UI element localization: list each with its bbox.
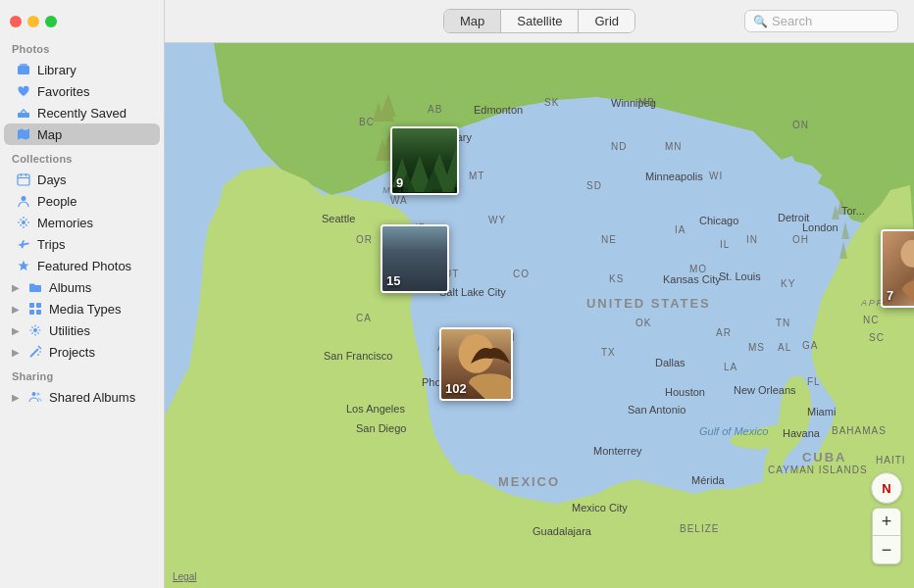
star-icon	[16, 258, 31, 273]
cluster-sf-girl-count: 102	[445, 381, 467, 396]
toolbar: Map Satellite Grid 🔍	[165, 0, 914, 43]
sidebar-item-media-types[interactable]: ▶ Media Types	[4, 298, 160, 319]
gear-icon	[27, 322, 43, 338]
people-label: People	[37, 194, 76, 209]
svg-point-20	[839, 419, 863, 431]
recently-saved-label: Recently Saved	[37, 106, 127, 121]
utilities-expand-icon: ▶	[12, 325, 20, 336]
calendar-icon	[16, 172, 31, 187]
photos-section-label: Photos	[0, 35, 164, 59]
heart-icon	[16, 83, 31, 99]
shared-albums-expand-icon: ▶	[12, 392, 20, 403]
projects-expand-icon: ▶	[12, 347, 20, 358]
svg-rect-12	[36, 310, 41, 315]
sidebar-item-trips[interactable]: Trips	[4, 233, 160, 255]
sidebar-item-map[interactable]: Map	[4, 123, 160, 145]
svg-rect-0	[18, 66, 29, 74]
svg-point-7	[22, 196, 26, 201]
projects-label: Projects	[49, 345, 95, 360]
svg-rect-11	[29, 310, 34, 315]
cluster-sf-girl[interactable]: 102	[439, 327, 513, 401]
sidebar-item-days[interactable]: Days	[4, 169, 160, 190]
svg-point-18	[37, 393, 40, 396]
sidebar-item-projects[interactable]: ▶ Projects	[4, 341, 160, 363]
sidebar-item-memories[interactable]: Memories	[4, 212, 160, 233]
svg-rect-2	[18, 113, 29, 118]
satellite-segment[interactable]: Satellite	[501, 10, 579, 32]
days-label: Days	[37, 172, 67, 187]
featured-photos-label: Featured Photos	[37, 259, 131, 273]
sharing-section-label: Sharing	[0, 363, 164, 386]
legal-link[interactable]: Legal	[173, 571, 196, 582]
collections-section-label: Collections	[0, 145, 164, 169]
sidebar-item-featured-photos[interactable]: Featured Photos	[4, 255, 160, 276]
svg-rect-1	[20, 64, 27, 66]
media-types-expand-icon: ▶	[12, 304, 20, 315]
search-input[interactable]	[772, 14, 889, 28]
sidebar-item-recently-saved[interactable]: Recently Saved	[4, 102, 160, 123]
tray-icon	[16, 105, 31, 121]
map-label-sidebar: Map	[37, 127, 62, 142]
cluster-east-couple[interactable]: 7	[881, 229, 914, 308]
sidebar-item-favorites[interactable]: Favorites	[4, 80, 160, 102]
map-icon	[16, 126, 31, 142]
cluster-canada-forest-count: 9	[396, 175, 403, 190]
favorites-label: Favorites	[37, 84, 89, 99]
cluster-canada-forest[interactable]: 9	[390, 126, 459, 195]
sidebar-item-albums[interactable]: ▶ Albums	[4, 276, 160, 298]
sidebar-item-utilities[interactable]: ▶ Utilities	[4, 319, 160, 341]
zoom-controls: + −	[872, 508, 901, 564]
library-label: Library	[37, 63, 76, 77]
zoom-out-button[interactable]: −	[873, 536, 900, 564]
svg-point-17	[32, 392, 36, 396]
sparkle-icon	[16, 215, 31, 230]
svg-line-14	[30, 349, 38, 357]
close-button[interactable]	[10, 16, 22, 27]
svg-rect-3	[18, 174, 29, 185]
person-icon	[16, 193, 31, 209]
utilities-label: Utilities	[49, 323, 90, 338]
maximize-button[interactable]	[45, 16, 57, 27]
albums-label: Albums	[49, 280, 91, 295]
photo-stack-icon	[16, 62, 31, 77]
map-controls: N + −	[871, 472, 902, 564]
cluster-east-couple-count: 7	[887, 288, 893, 303]
cluster-seattle-cliff[interactable]: 15	[381, 224, 449, 293]
svg-point-21	[866, 428, 895, 442]
media-types-label: Media Types	[49, 302, 121, 317]
minimize-button[interactable]	[27, 16, 39, 27]
search-bar[interactable]: 🔍	[744, 10, 898, 32]
map-view[interactable]: EdmontonCalgaryWinnipegSeattleSan Franci…	[165, 43, 914, 588]
shared-albums-label: Shared Albums	[49, 390, 135, 405]
svg-rect-9	[29, 303, 34, 308]
svg-point-13	[33, 328, 37, 332]
wand-icon	[27, 344, 43, 360]
memories-label: Memories	[37, 216, 93, 230]
view-segment-group: Map Satellite Grid	[443, 9, 635, 33]
search-icon: 🔍	[753, 15, 768, 28]
folder-icon	[27, 279, 43, 295]
albums-expand-icon: ▶	[12, 282, 20, 293]
zoom-in-button[interactable]: +	[873, 509, 900, 536]
person-2-icon	[27, 389, 43, 405]
grid-segment[interactable]: Grid	[579, 10, 635, 32]
svg-point-8	[22, 220, 25, 224]
svg-rect-10	[36, 303, 41, 308]
cluster-seattle-cliff-count: 15	[386, 273, 400, 288]
sidebar-item-shared-albums[interactable]: ▶ Shared Albums	[4, 386, 160, 408]
grid-icon	[27, 301, 43, 317]
airplane-icon	[16, 236, 31, 252]
compass-button[interactable]: N	[871, 472, 902, 504]
sidebar-item-people[interactable]: People	[4, 190, 160, 212]
map-segment[interactable]: Map	[444, 10, 501, 32]
sidebar-item-library[interactable]: Library	[4, 59, 160, 80]
trips-label: Trips	[37, 237, 65, 252]
